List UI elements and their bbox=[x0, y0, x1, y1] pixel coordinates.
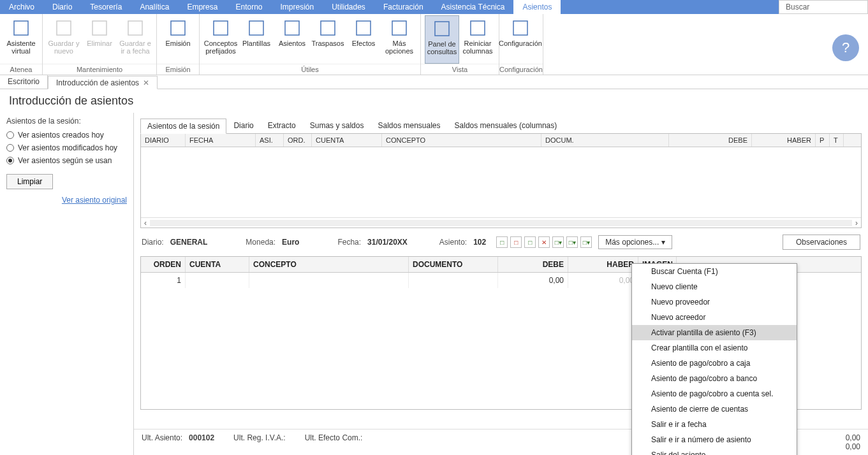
mas-opciones-button[interactable]: Más opciones... ▾ bbox=[598, 235, 672, 249]
r-segun[interactable]: Ver asientos según se usan bbox=[6, 156, 127, 165]
traspasos-icon bbox=[318, 18, 338, 38]
mas-opciones[interactable]: Más opciones bbox=[382, 15, 416, 64]
panel-consultas[interactable]: Panel de consultas bbox=[425, 15, 459, 64]
tool-icon-1[interactable]: □ bbox=[496, 236, 508, 248]
col-fecha[interactable]: FECHA bbox=[186, 134, 256, 147]
itab-2[interactable]: Extracto bbox=[261, 118, 303, 133]
menu-anal-tica[interactable]: Analítica bbox=[131, 0, 178, 14]
menu-asistencia-t-cnica[interactable]: Asistencia Técnica bbox=[432, 0, 514, 14]
cell-orden[interactable]: 1 bbox=[141, 273, 186, 288]
tool-icon-5[interactable]: □▾ bbox=[552, 236, 564, 248]
tool-icon-7[interactable]: □▾ bbox=[580, 236, 592, 248]
itab-0[interactable]: Asientos de la sesión bbox=[140, 119, 226, 134]
itab-4[interactable]: Saldos mensuales bbox=[371, 118, 447, 133]
moneda-value: Euro bbox=[282, 238, 299, 247]
col-diario[interactable]: DIARIO bbox=[141, 134, 186, 147]
grid-scrollbar[interactable]: ‹ › bbox=[141, 217, 861, 227]
cell-concepto[interactable] bbox=[249, 273, 409, 288]
col2-cuenta[interactable]: CUENTA bbox=[186, 257, 249, 272]
dd-4[interactable]: Activar plantilla de asiento (F3) bbox=[632, 325, 797, 340]
ribbon-group-vista: Vista bbox=[421, 64, 499, 75]
dd-12[interactable]: Salir del asiento bbox=[632, 447, 797, 455]
col-debe[interactable]: DEBE bbox=[669, 134, 752, 147]
col2-haber[interactable]: HABER bbox=[568, 257, 638, 272]
emision[interactable]: Emisión bbox=[161, 15, 195, 64]
itab-1[interactable]: Diario bbox=[226, 118, 260, 133]
menu-empresa[interactable]: Empresa bbox=[178, 0, 226, 14]
col-docum.[interactable]: DOCUM. bbox=[541, 134, 669, 147]
menu-entorno[interactable]: Entorno bbox=[226, 0, 271, 14]
menu-diario[interactable]: Diario bbox=[43, 0, 81, 14]
tool-icon-3[interactable]: □ bbox=[524, 236, 536, 248]
col-asi.[interactable]: ASI. bbox=[256, 134, 284, 147]
tool-icon-6[interactable]: □▾ bbox=[566, 236, 578, 248]
menu-impresi-n[interactable]: Impresión bbox=[271, 0, 323, 14]
cell-cuenta[interactable] bbox=[186, 273, 249, 288]
fecha-value[interactable]: 31/01/20XX bbox=[367, 238, 408, 247]
dd-6[interactable]: Asiento de pago/cobro a caja bbox=[632, 356, 797, 371]
menu-asientos[interactable]: Asientos bbox=[513, 0, 561, 14]
close-icon[interactable]: ✕ bbox=[143, 78, 149, 87]
grid-session-body[interactable] bbox=[141, 147, 861, 217]
tool-icon-4[interactable]: ✕ bbox=[538, 236, 550, 248]
r-creados[interactable]: Ver asientos creados hoy bbox=[6, 131, 127, 140]
total-asiento-value: 0,00 bbox=[846, 433, 860, 442]
dd-5[interactable]: Crear plantilla con el asiento bbox=[632, 340, 797, 356]
col2-orden[interactable]: ORDEN bbox=[141, 257, 186, 272]
col2-concepto[interactable]: CONCEPTO bbox=[249, 257, 409, 272]
asiento-value[interactable]: 102 bbox=[473, 238, 486, 247]
asistente-virtual[interactable]: Asistente virtual bbox=[4, 15, 38, 64]
col2-debe[interactable]: DEBE bbox=[498, 257, 568, 272]
plantillas[interactable]: Plantillas bbox=[239, 15, 274, 64]
asientos-dd[interactable]: Asientos bbox=[275, 15, 309, 64]
itab-5[interactable]: Saldos mensuales (columnas) bbox=[448, 118, 564, 133]
col-cuenta[interactable]: CUENTA bbox=[312, 134, 382, 147]
tab-escritorio[interactable]: Escritorio bbox=[0, 75, 48, 89]
dd-8[interactable]: Asiento de pago/cobro a cuenta sel. bbox=[632, 386, 797, 401]
col2-documento[interactable]: DOCUMENTO bbox=[409, 257, 498, 272]
svg-rect-12 bbox=[471, 21, 485, 35]
limpiar-button[interactable]: Limpiar bbox=[6, 174, 53, 189]
itab-3[interactable]: Sumas y saldos bbox=[303, 118, 371, 133]
dd-3[interactable]: Nuevo acreedor bbox=[632, 310, 797, 325]
col-concepto[interactable]: CONCEPTO bbox=[382, 134, 541, 147]
tool-icon-2[interactable]: □ bbox=[510, 236, 522, 248]
cell-documento[interactable] bbox=[409, 273, 498, 288]
col-p[interactable]: P bbox=[816, 134, 830, 147]
search-input[interactable]: Buscar bbox=[779, 0, 868, 14]
dd-10[interactable]: Salir e ir a fecha bbox=[632, 417, 797, 432]
dd-11[interactable]: Salir e ir a número de asiento bbox=[632, 432, 797, 447]
observaciones-button[interactable]: Observaciones bbox=[783, 235, 860, 250]
configuracion[interactable]: Configuración bbox=[503, 15, 538, 64]
dd-2[interactable]: Nuevo proveedor bbox=[632, 294, 797, 310]
menu-tesorer-a[interactable]: Tesorería bbox=[81, 0, 131, 14]
menu-facturaci-n[interactable]: Facturación bbox=[374, 0, 432, 14]
tab-introduccion[interactable]: Introducción de asientos✕ bbox=[48, 76, 158, 89]
dd-7[interactable]: Asiento de pago/cobro a banco bbox=[632, 371, 797, 386]
dd-0[interactable]: Buscar Cuenta (F1) bbox=[632, 264, 797, 279]
scroll-track[interactable] bbox=[150, 220, 852, 226]
dd-1[interactable]: Nuevo cliente bbox=[632, 279, 797, 294]
asistente-virtual-icon bbox=[11, 18, 31, 38]
col-haber[interactable]: HABER bbox=[752, 134, 816, 147]
menu-archivo[interactable]: Archivo bbox=[0, 0, 43, 14]
col-t[interactable]: T bbox=[830, 134, 844, 147]
efectos[interactable]: Efectos bbox=[346, 15, 381, 64]
cell-debe[interactable]: 0,00 bbox=[498, 273, 568, 288]
reiniciar-columnas[interactable]: Reiniciar columnas bbox=[460, 15, 495, 64]
conceptos-prefijados[interactable]: Conceptos prefijados bbox=[203, 15, 238, 64]
menu-utilidades[interactable]: Utilidades bbox=[323, 0, 374, 14]
traspasos[interactable]: Traspasos bbox=[311, 15, 345, 64]
scroll-right-icon[interactable]: › bbox=[852, 219, 861, 227]
configuracion-icon bbox=[510, 18, 531, 38]
ver-asiento-original-link[interactable]: Ver asiento original bbox=[6, 196, 127, 205]
help-fab[interactable]: ? bbox=[832, 34, 859, 61]
r-modificados[interactable]: Ver asientos modificados hoy bbox=[6, 143, 127, 152]
col-ord.[interactable]: ORD. bbox=[284, 134, 312, 147]
scroll-left-icon[interactable]: ‹ bbox=[141, 219, 150, 227]
r-modificados-label: Ver asientos modificados hoy bbox=[18, 143, 117, 152]
reiniciar-columnas-label: Reiniciar columnas bbox=[462, 40, 494, 55]
cell-haber[interactable]: 0,00 bbox=[568, 273, 638, 288]
dd-9[interactable]: Asiento de cierre de cuentas bbox=[632, 401, 797, 417]
ult-reg-label: Ult. Reg. I.V.A.: bbox=[233, 433, 286, 451]
